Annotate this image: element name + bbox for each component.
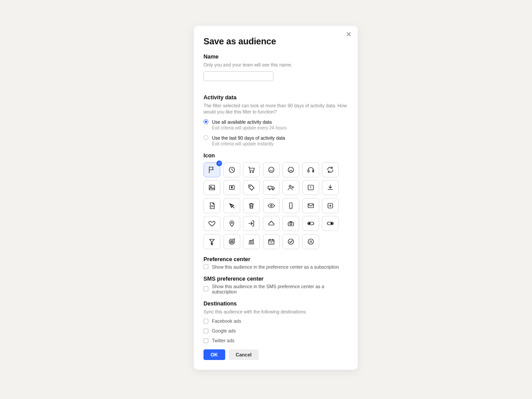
dollar-icon[interactable] [223,180,240,195]
svg-point-3 [269,167,274,172]
svg-text:23: 23 [270,242,273,244]
add-square-icon[interactable] [322,198,339,213]
destination-label: Google ads [212,328,236,333]
funnel-star-icon[interactable] [203,234,220,249]
svg-rect-18 [308,203,313,207]
icon-section: Icon 23 [203,153,348,249]
svg-rect-6 [312,170,313,172]
destination-label: Twitter ads [212,338,235,343]
svg-point-10 [250,186,250,187]
svg-point-2 [253,172,254,172]
toggle-off-icon[interactable] [302,216,319,231]
dest-label: Destinations [203,301,348,307]
activity-option-all-sub: Exit criteria will update every 24 hours [212,125,286,130]
name-helper: Only you and your team will see this nam… [203,62,348,68]
radio-90[interactable] [203,135,208,140]
mobile-icon[interactable] [282,198,299,213]
pref-checkbox[interactable] [203,264,208,269]
target-icon[interactable] [223,234,240,249]
pref-section: Preference center Show this audience in … [203,256,348,270]
destinations-section: Destinations Sync this audience with the… [203,301,348,343]
tag-icon[interactable] [243,180,260,195]
name-input[interactable] [203,71,274,81]
activity-option-all-label: Use all available activity data [212,119,286,125]
svg-point-28 [231,240,233,243]
svg-point-29 [231,241,232,242]
actions: OK Cancel [203,349,348,360]
svg-point-13 [272,189,273,190]
destination-twitter-ads[interactable]: Twitter ads [203,338,348,343]
svg-point-16 [270,205,272,207]
svg-point-4 [288,167,293,172]
svg-rect-5 [308,170,309,172]
poop-icon[interactable] [263,216,280,231]
heart-icon[interactable] [203,216,220,231]
chart-icon[interactable] [243,234,260,249]
sms-pref-checkbox[interactable] [203,286,208,291]
pause-circle-icon[interactable] [302,234,319,249]
svg-rect-7 [209,185,215,190]
cursor-off-icon[interactable] [223,198,240,213]
icon-grid: 23 [203,162,348,249]
user-plus-icon[interactable] [282,180,299,195]
cancel-button[interactable]: Cancel [229,349,259,360]
eye-icon[interactable] [263,198,280,213]
calendar-icon[interactable]: 23 [263,234,280,249]
activity-option-90[interactable]: Use the last 90 days of activity data Ex… [203,135,348,146]
flag-icon[interactable] [203,162,220,177]
headset-icon[interactable] [302,162,319,177]
trash-icon[interactable] [243,198,260,213]
svg-point-12 [269,189,270,190]
smile-icon[interactable] [263,162,280,177]
svg-point-20 [231,222,232,223]
activity-option-90-label: Use the last 90 days of activity data [212,135,285,141]
pin-icon[interactable] [223,216,240,231]
activity-option-all[interactable]: Use all available activity data Exit cri… [203,119,348,130]
truck-icon[interactable] [263,180,280,195]
sms-pref-check-label: Show this audience in the SMS preference… [212,284,348,294]
activity-option-90-sub: Exit criteria will update instantly [212,141,285,146]
alert-icon[interactable] [302,180,319,195]
svg-rect-11 [268,186,272,189]
sync-icon[interactable] [322,162,339,177]
modal-title: Save as audience [203,36,348,47]
download-icon[interactable] [322,180,339,195]
destination-google-ads[interactable]: Google ads [203,328,348,333]
cart-icon[interactable] [243,162,260,177]
destination-checkbox[interactable] [203,338,208,343]
sms-pref-label: SMS preference center [203,276,348,282]
destination-checkbox[interactable] [203,329,208,333]
file-icon[interactable] [203,198,220,213]
svg-point-8 [211,187,211,188]
camera-icon[interactable] [282,216,299,231]
ok-button[interactable]: OK [203,349,225,360]
svg-point-24 [309,223,310,224]
name-section: Name Only you and your team will see thi… [203,54,348,88]
clock-icon[interactable] [223,162,240,177]
check-circle-icon[interactable] [282,234,299,249]
icon-label: Icon [203,153,348,159]
toggle-on-icon[interactable] [322,216,339,231]
svg-point-14 [289,185,291,188]
login-icon[interactable] [243,216,260,231]
pref-check-row[interactable]: Show this audience in the preference cen… [203,264,348,270]
svg-point-22 [290,223,292,225]
destination-checkbox[interactable] [203,319,208,324]
svg-point-33 [308,239,313,244]
frown-icon[interactable] [282,162,299,177]
radio-all[interactable] [203,119,208,124]
svg-point-32 [288,239,293,244]
activity-section: Activity data The filter selected can lo… [203,94,348,146]
destination-label: Facebook ads [212,318,241,324]
activity-label: Activity data [203,94,348,101]
svg-point-26 [331,223,332,224]
close-icon[interactable]: ✕ [346,31,352,38]
selected-badge [216,160,222,166]
image-icon[interactable] [203,180,220,195]
sms-pref-check-row[interactable]: Show this audience in the SMS preference… [203,284,348,294]
svg-point-1 [250,172,251,172]
mail-icon[interactable] [302,198,319,213]
name-label: Name [203,54,348,60]
destination-facebook-ads[interactable]: Facebook ads [203,318,348,324]
pref-check-label: Show this audience in the preference cen… [212,264,339,270]
